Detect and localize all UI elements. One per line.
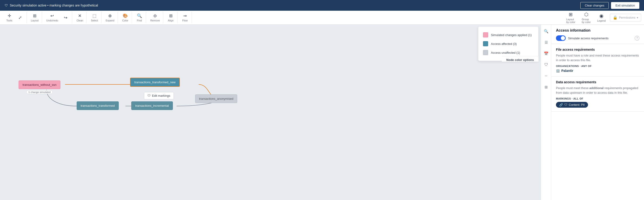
node-color-options-label: Node color options	[502, 56, 538, 62]
layout-group: ⊞ Layout	[28, 12, 42, 23]
undo-tool[interactable]: ↩ Undo/redo	[44, 12, 60, 23]
edit-markings-label: Edit markings	[152, 94, 170, 97]
list-side-icon[interactable]: ☰	[542, 39, 550, 46]
marking-shield: 🛡	[564, 103, 567, 107]
legend-item-affected: Access affected (3)	[483, 39, 534, 48]
toggle-label: Simulate access requirements	[568, 37, 608, 40]
align-group: ⊞ Align	[164, 12, 178, 23]
file-access-desc: People must have a role and meet these a…	[556, 53, 639, 62]
flow-tool[interactable]: ⇒ Flow	[180, 12, 190, 23]
node-label: transactions_anonymised	[199, 97, 233, 100]
canvas-area[interactable]: transactions_without_ssn 1 change simula…	[0, 25, 541, 200]
find-tool[interactable]: 🔍 Find	[134, 12, 144, 23]
flow-label: Flow	[182, 19, 188, 22]
pointer-tool[interactable]: ⤢	[15, 14, 25, 22]
banner-message: Security simulation active • marking cha…	[10, 4, 98, 7]
node-transactions-transformed-new[interactable]: transactions_transformed_new	[130, 78, 180, 87]
undoredo-label: Undo/redo	[46, 19, 58, 22]
layout-by-color-label: Layoutby color	[566, 18, 575, 24]
chevron-down-icon: ▾	[637, 16, 638, 19]
data-access-title: Data access requirements	[556, 80, 639, 84]
node-label: transactions_without_ssn	[22, 83, 56, 87]
legend-icon: ◉	[600, 13, 603, 19]
panel-title: Access information	[556, 28, 639, 33]
redo-tool[interactable]: ↪	[60, 14, 71, 22]
layout-tool[interactable]: ⊞ Layout	[29, 12, 40, 23]
move-icon: ✛	[8, 13, 11, 18]
node-transactions-anonymised[interactable]: transactions_anonymised	[195, 94, 237, 103]
exit-simulation-button[interactable]: Exit simulation	[611, 2, 639, 9]
expand-icon: ⊕	[108, 13, 112, 18]
banner-text: 🛡 Security simulation active • marking c…	[5, 4, 577, 7]
expand-tool[interactable]: ⊕ Expand	[104, 12, 116, 23]
edit-markings-button[interactable]: 🛡 Edit markings	[144, 92, 174, 99]
node-label: transactions_incremental	[135, 104, 169, 107]
toolbar: ✛ Tools ⤢ ⊞ Layout ↩ Undo/redo ↪ ✕ Clean…	[0, 11, 644, 25]
legend-color-affected	[483, 41, 488, 46]
clean-tool[interactable]: ✕ Clean	[74, 12, 85, 23]
align-tool[interactable]: ⊞ Align	[166, 12, 176, 23]
tools-group: ✛ Tools ⤢	[3, 12, 27, 23]
simulate-toggle[interactable]	[556, 35, 566, 41]
color-legend-panel: Simulated changes applied (1) Access aff…	[478, 27, 538, 61]
layout-by-color-button[interactable]: ⊞ Layoutby color	[564, 10, 578, 25]
legend-item-simulated: Simulated changes applied (1)	[483, 31, 534, 39]
shield-sm-icon: 🛡	[148, 94, 150, 97]
org-name-text: Palantir	[561, 69, 573, 73]
select-label: Select	[91, 19, 98, 22]
remove-group: ⊖ Remove	[147, 12, 163, 23]
remove-label: Remove	[150, 19, 160, 22]
org-name: 🏢 Palantir	[556, 69, 639, 73]
search-side-icon[interactable]: 🔍	[542, 28, 550, 35]
right-tools: ⊞ Layoutby color ⬡ Groupby color ◉ Legen…	[564, 10, 641, 25]
color-tool[interactable]: 🎨 Color	[120, 12, 130, 23]
tools-label: Tools	[6, 19, 12, 22]
remove-icon: ⊖	[153, 13, 157, 18]
select-icon: ⬚	[92, 13, 96, 18]
calendar-side-icon[interactable]: 📅	[542, 50, 550, 57]
file-access-section: File access requirements People must hav…	[551, 44, 644, 77]
flow-group: ⇒ Flow	[178, 12, 192, 23]
main-area: transactions_without_ssn 1 change simula…	[0, 25, 644, 200]
layout-by-color-icon: ⊞	[569, 12, 573, 17]
side-icon-bar: 🔍 ☰ 📅 🛡 ↔ ⊞	[541, 25, 551, 200]
undoredo-group: ↩ Undo/redo ↪	[43, 12, 72, 23]
color-icon: 🎨	[123, 13, 128, 18]
data-access-section: Data access requirements People must mee…	[551, 77, 644, 112]
find-group: 🔍 Find	[133, 12, 146, 23]
connections-svg	[0, 25, 541, 200]
node-transactions-without-ssn[interactable]: transactions_without_ssn 1 change simula…	[18, 80, 60, 89]
flow-icon: ⇒	[183, 13, 187, 18]
group-by-color-label: Groupby color	[582, 18, 591, 24]
expand-side-icon[interactable]: ⊞	[542, 83, 550, 91]
move-tool[interactable]: ✛ Tools	[4, 12, 14, 23]
select-tool[interactable]: ⬚ Select	[89, 12, 100, 23]
node-transactions-incremental[interactable]: transactions_incremental	[131, 101, 173, 110]
data-access-desc: People must meet these additional requir…	[556, 86, 639, 95]
align-icon: ⊞	[169, 13, 172, 18]
marking-icon: 🔗	[559, 103, 563, 107]
legend-color-unaffected	[483, 50, 488, 55]
legend-button[interactable]: ◉ Legend	[595, 12, 608, 24]
group-by-color-button[interactable]: ⬡ Groupby color	[580, 10, 593, 25]
panel-header: Access information Simulate access requi…	[551, 25, 644, 44]
markings-label: MARKINGS · All of	[556, 97, 639, 100]
orgs-label: ORGANIZATIONS · Any of	[556, 65, 639, 67]
expand-group: ⊕ Expand	[102, 12, 118, 23]
clear-changes-button[interactable]: Clear changes	[580, 2, 609, 9]
legend-item-unaffected: Access unaffected (1)	[483, 48, 534, 57]
permissions-button[interactable]: 🔒 Permissions ▾	[610, 14, 641, 21]
toggle-row: Simulate access requirements ?	[556, 35, 639, 41]
arrows-side-icon[interactable]: ↔	[542, 72, 550, 80]
node-color-options-text: Node color options	[506, 58, 534, 62]
remove-tool[interactable]: ⊖ Remove	[148, 12, 162, 23]
right-panel: Access information Simulate access requi…	[551, 25, 644, 200]
lock-icon: 🔒	[613, 15, 618, 20]
shield-side-icon[interactable]: 🛡	[542, 61, 550, 68]
legend-label: Legend	[597, 19, 606, 22]
marking-text: Content: PII	[569, 103, 585, 107]
clean-icon: ✕	[78, 13, 82, 18]
help-icon[interactable]: ?	[635, 36, 639, 41]
legend-color-simulated	[483, 32, 488, 38]
node-transactions-transformed[interactable]: transactions_transformed	[77, 101, 119, 110]
